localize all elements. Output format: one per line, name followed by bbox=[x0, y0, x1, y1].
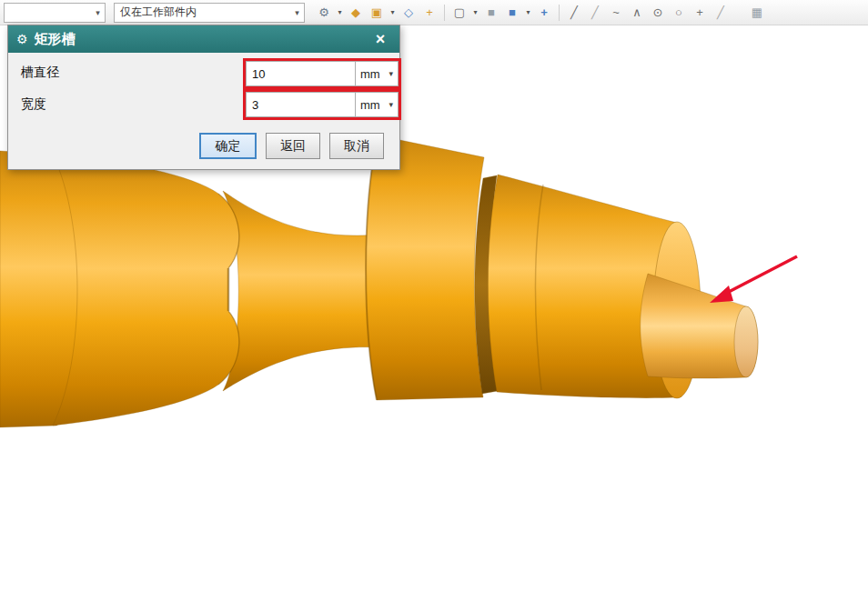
chevron-down-icon[interactable]: ▾ bbox=[290, 8, 304, 17]
dropdown-arrow-icon[interactable]: ▾ bbox=[389, 8, 397, 16]
view-filter-combo[interactable]: ▾ bbox=[4, 3, 106, 23]
toolbar-separator bbox=[444, 5, 445, 21]
dropdown-arrow-icon[interactable]: ▾ bbox=[524, 8, 532, 16]
shaft-model[interactable] bbox=[0, 135, 758, 427]
shaded-cube-icon[interactable]: ■ bbox=[503, 3, 521, 23]
shaded-view-icon[interactable]: ■ bbox=[482, 3, 500, 23]
unit-label: mm bbox=[360, 98, 380, 112]
shaft-lobe bbox=[53, 155, 239, 426]
chevron-down-icon[interactable]: ▾ bbox=[389, 69, 393, 78]
shaft-small-end-face bbox=[734, 306, 758, 377]
snap-point-icon[interactable]: ◆ bbox=[347, 3, 365, 23]
groove-diameter-unit-combo[interactable]: mm ▾ bbox=[355, 61, 399, 86]
plus-icon[interactable]: + bbox=[691, 3, 709, 23]
toolbar-separator bbox=[559, 5, 560, 21]
line-thin-icon[interactable]: ╱ bbox=[586, 3, 604, 23]
dialog-titlebar[interactable]: ⚙ 矩形槽 × bbox=[8, 25, 399, 53]
dropdown-arrow-icon[interactable]: ▾ bbox=[336, 8, 344, 16]
interpart-gears-icon[interactable]: ⚙ bbox=[315, 3, 333, 23]
end-point-icon[interactable]: ▣ bbox=[368, 3, 386, 23]
shaft-neck bbox=[223, 191, 380, 391]
midpoint-icon[interactable]: ◇ bbox=[399, 3, 418, 23]
point-icon[interactable]: ⊙ bbox=[649, 3, 667, 23]
line-icon[interactable]: ╱ bbox=[565, 3, 583, 23]
slash-icon[interactable]: ╱ bbox=[712, 3, 730, 23]
groove-diameter-label: 槽直径 bbox=[21, 65, 59, 81]
dropdown-arrow-icon[interactable]: ▾ bbox=[471, 8, 479, 16]
pan-move-icon[interactable]: + bbox=[535, 3, 553, 23]
selection-scope-value: 仅在工作部件内 bbox=[115, 5, 290, 20]
close-icon[interactable]: × bbox=[369, 28, 391, 50]
intersection-point-icon[interactable]: + bbox=[420, 3, 439, 23]
spline-icon[interactable]: ~ bbox=[607, 3, 625, 23]
chevron-down-icon[interactable]: ▾ bbox=[389, 100, 393, 109]
rectangle-select-icon[interactable]: ▢ bbox=[450, 3, 469, 23]
shaft-cylinder-a bbox=[366, 135, 484, 400]
top-toolbar: ▾ 仅在工作部件内 ▾ ⚙ ▾ ◆ ▣ ▾ ◇ + ▢ ▾ ■ ■ ▾ + ╱ … bbox=[0, 0, 868, 25]
angle-icon[interactable]: ∧ bbox=[628, 3, 646, 23]
ok-button[interactable]: 确定 bbox=[199, 133, 257, 159]
width-label: 宽度 bbox=[21, 96, 46, 113]
unit-label: mm bbox=[360, 67, 380, 81]
chevron-down-icon[interactable]: ▾ bbox=[91, 8, 105, 17]
groove-diameter-input[interactable] bbox=[246, 61, 355, 86]
app-window: ▾ 仅在工作部件内 ▾ ⚙ ▾ ◆ ▣ ▾ ◇ + ▢ ▾ ■ ■ ▾ + ╱ … bbox=[0, 0, 868, 591]
selection-scope-combo[interactable]: 仅在工作部件内 ▾ bbox=[114, 3, 305, 23]
groove-diameter-field-group: mm ▾ bbox=[243, 58, 401, 89]
back-button[interactable]: 返回 bbox=[266, 133, 320, 159]
pointer-arrow bbox=[710, 256, 797, 303]
cancel-button[interactable]: 取消 bbox=[329, 133, 384, 159]
width-field-group: mm ▾ bbox=[243, 89, 401, 120]
dialog-title: 矩形槽 bbox=[35, 31, 76, 48]
rectangular-groove-dialog: ⚙ 矩形槽 × 槽直径 mm ▾ 宽度 mm ▾ 确定 返 bbox=[7, 25, 400, 170]
dialog-body: 槽直径 mm ▾ 宽度 mm ▾ 确定 返回 取消 bbox=[8, 53, 399, 169]
grid-icon[interactable]: ▦ bbox=[748, 3, 766, 23]
width-unit-combo[interactable]: mm ▾ bbox=[355, 92, 399, 117]
circle-icon[interactable]: ○ bbox=[670, 3, 688, 23]
width-input[interactable] bbox=[246, 92, 355, 117]
gear-icon: ⚙ bbox=[16, 32, 28, 46]
